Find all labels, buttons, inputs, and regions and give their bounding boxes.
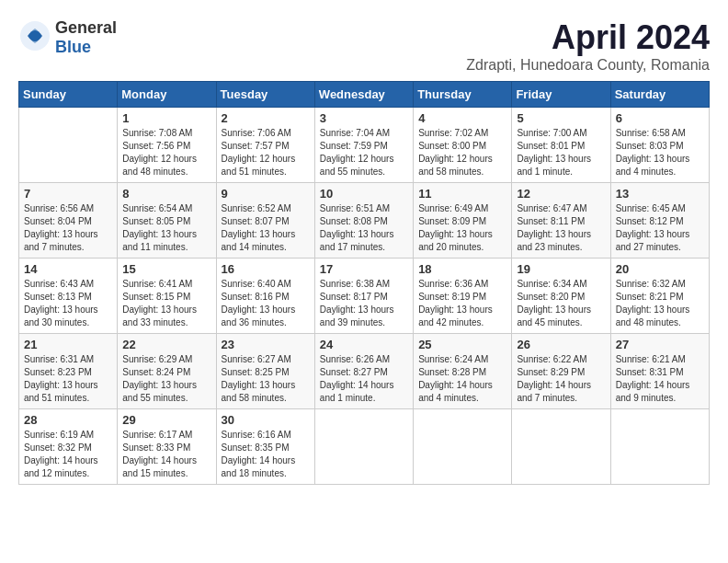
cell-info: Sunrise: 6:51 AMSunset: 8:08 PMDaylight:… [320,202,408,254]
month-title: April 2024 [466,18,710,57]
cell-info: Sunrise: 6:22 AMSunset: 8:29 PMDaylight:… [517,353,605,405]
calendar-cell [314,409,413,485]
col-header-monday: Monday [118,82,216,108]
col-header-friday: Friday [512,82,610,108]
calendar-cell: 5Sunrise: 7:00 AMSunset: 8:01 PMDaylight… [512,108,610,183]
calendar-cell: 1Sunrise: 7:08 AMSunset: 7:56 PMDaylight… [118,108,216,183]
day-number: 11 [418,187,506,201]
day-number: 23 [222,338,310,351]
day-number: 18 [418,262,506,276]
calendar-cell: 7Sunrise: 6:56 AMSunset: 8:04 PMDaylight… [19,183,118,259]
cell-info: Sunrise: 6:32 AMSunset: 8:21 PMDaylight:… [616,278,704,329]
day-number: 7 [24,187,112,201]
cell-info: Sunrise: 6:34 AMSunset: 8:20 PMDaylight:… [517,278,605,329]
col-header-sunday: Sunday [19,82,118,108]
calendar-cell: 3Sunrise: 7:04 AMSunset: 7:59 PMDaylight… [314,108,413,183]
calendar-cell: 22Sunrise: 6:29 AMSunset: 8:24 PMDayligh… [118,334,216,409]
day-number: 28 [24,413,112,427]
day-number: 26 [517,338,605,351]
day-number: 9 [222,187,310,201]
calendar-cell: 6Sunrise: 6:58 AMSunset: 8:03 PMDaylight… [610,108,709,183]
cell-info: Sunrise: 6:41 AMSunset: 8:15 PMDaylight:… [122,278,210,329]
calendar-cell: 23Sunrise: 6:27 AMSunset: 8:25 PMDayligh… [216,334,314,409]
cell-info: Sunrise: 6:52 AMSunset: 8:07 PMDaylight:… [222,202,310,254]
col-header-saturday: Saturday [610,82,709,108]
calendar-cell: 2Sunrise: 7:06 AMSunset: 7:57 PMDaylight… [216,108,314,183]
day-number: 25 [418,338,506,351]
cell-info: Sunrise: 6:26 AMSunset: 8:27 PMDaylight:… [320,353,408,405]
week-row-0: 1Sunrise: 7:08 AMSunset: 7:56 PMDaylight… [19,108,710,183]
calendar-cell: 4Sunrise: 7:02 AMSunset: 8:00 PMDaylight… [414,108,512,183]
cell-info: Sunrise: 7:02 AMSunset: 8:00 PMDaylight:… [418,127,506,178]
calendar-cell: 11Sunrise: 6:49 AMSunset: 8:09 PMDayligh… [414,183,512,259]
logo-general: General [55,18,117,37]
cell-info: Sunrise: 6:21 AMSunset: 8:31 PMDaylight:… [616,353,704,405]
day-number: 10 [320,187,408,201]
calendar-cell: 29Sunrise: 6:17 AMSunset: 8:33 PMDayligh… [118,409,216,485]
cell-info: Sunrise: 6:31 AMSunset: 8:23 PMDaylight:… [24,353,112,405]
cell-info: Sunrise: 6:16 AMSunset: 8:35 PMDaylight:… [222,429,310,480]
calendar-cell: 30Sunrise: 6:16 AMSunset: 8:35 PMDayligh… [216,409,314,485]
cell-info: Sunrise: 6:40 AMSunset: 8:16 PMDaylight:… [222,278,310,329]
calendar-cell: 16Sunrise: 6:40 AMSunset: 8:16 PMDayligh… [216,259,314,334]
cell-info: Sunrise: 6:27 AMSunset: 8:25 PMDaylight:… [222,353,310,405]
day-number: 6 [616,111,704,125]
cell-info: Sunrise: 6:38 AMSunset: 8:17 PMDaylight:… [320,278,408,329]
cell-info: Sunrise: 6:17 AMSunset: 8:33 PMDaylight:… [122,429,210,480]
day-number: 16 [222,262,310,276]
calendar-cell: 25Sunrise: 6:24 AMSunset: 8:28 PMDayligh… [414,334,512,409]
logo-blue: Blue [55,38,91,56]
day-number: 12 [517,187,605,201]
header: General Blue April 2024 Zdrapti, Hunedoa… [18,18,710,74]
col-header-tuesday: Tuesday [216,82,314,108]
cell-info: Sunrise: 6:58 AMSunset: 8:03 PMDaylight:… [616,127,704,178]
cell-info: Sunrise: 7:06 AMSunset: 7:57 PMDaylight:… [222,127,310,178]
day-number: 21 [24,338,112,351]
calendar-cell [512,409,610,485]
week-row-2: 14Sunrise: 6:43 AMSunset: 8:13 PMDayligh… [19,259,710,334]
cell-info: Sunrise: 6:36 AMSunset: 8:19 PMDaylight:… [418,278,506,329]
logo: General Blue [18,18,117,57]
day-number: 19 [517,262,605,276]
cell-info: Sunrise: 7:08 AMSunset: 7:56 PMDaylight:… [122,127,210,178]
day-number: 3 [320,111,408,125]
logo-icon [18,19,51,56]
col-header-thursday: Thursday [414,82,512,108]
calendar-cell: 20Sunrise: 6:32 AMSunset: 8:21 PMDayligh… [610,259,709,334]
calendar-cell: 15Sunrise: 6:41 AMSunset: 8:15 PMDayligh… [118,259,216,334]
calendar-cell [19,108,118,183]
day-number: 29 [122,413,210,427]
cell-info: Sunrise: 6:19 AMSunset: 8:32 PMDaylight:… [24,429,112,480]
day-number: 20 [616,262,704,276]
calendar-cell: 19Sunrise: 6:34 AMSunset: 8:20 PMDayligh… [512,259,610,334]
calendar-cell: 10Sunrise: 6:51 AMSunset: 8:08 PMDayligh… [314,183,413,259]
day-number: 2 [222,111,310,125]
calendar-cell: 27Sunrise: 6:21 AMSunset: 8:31 PMDayligh… [610,334,709,409]
calendar-cell [610,409,709,485]
day-number: 22 [122,338,210,351]
calendar-cell: 8Sunrise: 6:54 AMSunset: 8:05 PMDaylight… [118,183,216,259]
cell-info: Sunrise: 6:49 AMSunset: 8:09 PMDaylight:… [418,202,506,254]
calendar-cell: 9Sunrise: 6:52 AMSunset: 8:07 PMDaylight… [216,183,314,259]
cell-info: Sunrise: 6:43 AMSunset: 8:13 PMDaylight:… [24,278,112,329]
calendar-cell: 24Sunrise: 6:26 AMSunset: 8:27 PMDayligh… [314,334,413,409]
cell-info: Sunrise: 6:29 AMSunset: 8:24 PMDaylight:… [122,353,210,405]
cell-info: Sunrise: 6:54 AMSunset: 8:05 PMDaylight:… [122,202,210,254]
day-number: 17 [320,262,408,276]
day-number: 24 [320,338,408,351]
day-number: 1 [122,111,210,125]
day-number: 8 [122,187,210,201]
calendar-cell [414,409,512,485]
calendar-cell: 13Sunrise: 6:45 AMSunset: 8:12 PMDayligh… [610,183,709,259]
day-number: 13 [616,187,704,201]
cell-info: Sunrise: 6:24 AMSunset: 8:28 PMDaylight:… [418,353,506,405]
calendar-cell: 14Sunrise: 6:43 AMSunset: 8:13 PMDayligh… [19,259,118,334]
calendar-cell: 12Sunrise: 6:47 AMSunset: 8:11 PMDayligh… [512,183,610,259]
day-number: 27 [616,338,704,351]
cell-info: Sunrise: 6:47 AMSunset: 8:11 PMDaylight:… [517,202,605,254]
calendar-cell: 21Sunrise: 6:31 AMSunset: 8:23 PMDayligh… [19,334,118,409]
cell-info: Sunrise: 6:45 AMSunset: 8:12 PMDaylight:… [616,202,704,254]
day-number: 30 [222,413,310,427]
logo-text: General Blue [55,18,117,57]
title-section: April 2024 Zdrapti, Hunedoara County, Ro… [466,18,710,74]
